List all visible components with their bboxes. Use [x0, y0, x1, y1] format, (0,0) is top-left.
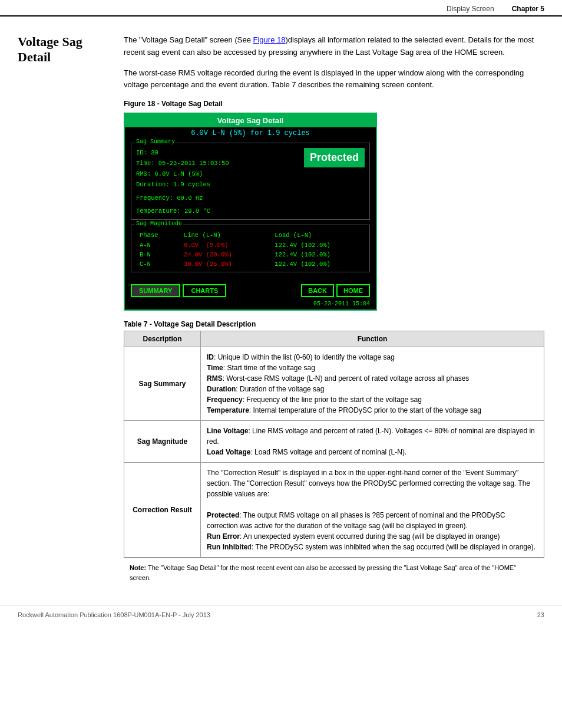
sag-summary-label: Sag Summary — [135, 139, 176, 145]
back-button[interactable]: BACK — [301, 284, 334, 297]
sag-frequency: Frequency: 60.0 Hz — [136, 193, 229, 204]
func-line-voltage: Line Voltage: Line RMS voltage and perce… — [207, 427, 535, 446]
summary-button[interactable]: SUMMARY — [131, 284, 180, 297]
vsd-subtitle: 6.0V L-N (5%) for 1.9 cycles — [125, 127, 376, 139]
func-correction-result: The "Correction Result" is displayed in … — [201, 463, 544, 558]
table-label: Table 7 - Voltage Sag Detail Description — [124, 320, 544, 328]
col-phase: Phase — [137, 231, 171, 240]
vsd-body: Sag Summary ID: 30 Time: 05-23-2011 15:0… — [125, 139, 376, 281]
desc-correction-result: Correction Result — [124, 463, 201, 558]
func-run-error: Run Error: An unexpected system event oc… — [207, 532, 500, 541]
note-text: Note: The "Voltage Sag Detail" for the m… — [130, 564, 516, 581]
page-header: Display Screen Chapter 5 — [0, 0, 562, 17]
protected-badge: Protected — [304, 148, 365, 167]
sag-summary-inner: ID: 30 Time: 05-23-2011 15:03:50 RMS: 6.… — [136, 146, 365, 217]
intro-paragraph-1: The "Voltage Sag Detail" screen (See Fig… — [124, 34, 544, 59]
page-footer: Rockwell Automation Publication 1608P-UM… — [0, 605, 562, 624]
table-row: Correction Result The "Correction Result… — [124, 463, 544, 558]
func-duration-label: Duration: Duration of the voltage sag — [207, 385, 324, 393]
col-header-function: Function — [201, 331, 544, 347]
line-an: 6.0V (5.0%) — [184, 242, 229, 249]
display-screen-label: Display Screen — [447, 5, 494, 13]
chapter-label: Chapter 5 — [512, 5, 544, 13]
func-id-label: ID: Unique ID within the list (0-60) to … — [207, 353, 395, 361]
func-temperature-label: Temperature: Internal temperature of the… — [207, 406, 481, 414]
sag-time: Time: 05-23-2011 15:03:50 — [136, 159, 229, 169]
table-row: Sag Summary ID: Unique ID within the lis… — [124, 347, 544, 421]
sag-rms: RMS: 6.0V L-N (5%) — [136, 169, 229, 180]
main-content: Voltage Sag Detail The "Voltage Sag Deta… — [0, 17, 562, 599]
func-protected: Protected: The output RMS voltage on all… — [207, 511, 505, 530]
vsd-buttons-row: SUMMARY CHARTS BACK HOME — [125, 281, 376, 301]
section-title: Voltage Sag Detail — [18, 34, 112, 65]
func-rms-label: RMS: Worst-case RMS voltage (L-N) and pe… — [207, 374, 469, 383]
line-bn: 24.0V (20.0%) — [184, 251, 232, 258]
vsd-title-bar: Voltage Sag Detail — [125, 114, 376, 127]
table-row: Sag Magnitude Line Voltage: Line RMS vol… — [124, 421, 544, 463]
desc-sag-summary: Sag Summary — [124, 347, 201, 421]
func-load-voltage: Load Voltage: Load RMS voltage and perce… — [207, 448, 406, 456]
func-sag-summary: ID: Unique ID within the list (0-60) to … — [201, 347, 544, 421]
sag-magnitude-box: Sag Magnitude Phase Line (L-N) Load (L-N… — [131, 225, 370, 272]
col-load: Load (L-N) — [263, 231, 363, 240]
left-buttons: SUMMARY CHARTS — [131, 284, 226, 297]
home-button[interactable]: HOME — [336, 284, 370, 297]
vsd-screen: Voltage Sag Detail 6.0V L-N (5%) for 1.9… — [124, 113, 377, 311]
sag-summary-box: Sag Summary ID: 30 Time: 05-23-2011 15:0… — [131, 143, 370, 220]
sag-magnitude-label: Sag Magnitude — [135, 220, 183, 227]
sag-duration: Duration: 1.9 cycles — [136, 180, 229, 190]
desc-sag-magnitude: Sag Magnitude — [124, 421, 201, 463]
right-buttons: BACK HOME — [301, 284, 370, 297]
func-frequency-label: Frequency: Frequency of the line prior t… — [207, 396, 422, 404]
publication-info: Rockwell Automation Publication 1608P-UM… — [18, 611, 210, 618]
vsd-timestamp: 05-23-2011 15:04 — [125, 301, 376, 309]
func-sag-magnitude: Line Voltage: Line RMS voltage and perce… — [201, 421, 544, 463]
description-table: Description Function Sag Summary ID: Uni… — [124, 331, 544, 558]
charts-button[interactable]: CHARTS — [183, 284, 226, 297]
correction-intro: The "Correction Result" is displayed in … — [207, 469, 530, 498]
col-line: Line (L-N) — [172, 231, 262, 240]
left-column: Voltage Sag Detail — [18, 34, 112, 587]
sag-temperature: Temperature: 29.0 °C — [136, 206, 229, 217]
func-run-inhibited: Run Inhibited: The PRODySC system was in… — [207, 543, 535, 551]
sag-id: ID: 30 — [136, 148, 229, 159]
note-box: Note: The "Voltage Sag Detail" for the m… — [124, 558, 544, 587]
col-header-description: Description — [124, 331, 201, 347]
page-number: 23 — [537, 611, 544, 618]
magnitude-table: Phase Line (L-N) Load (L-N) A-N 6.0V (5.… — [136, 230, 365, 269]
intro-paragraph-2: The worst-case RMS voltage recorded duri… — [124, 67, 544, 92]
figure-label: Figure 18 - Voltage Sag Detail — [124, 100, 544, 108]
figure18-link[interactable]: Figure 18 — [253, 35, 286, 44]
line-cn: 30.0V (25.0%) — [184, 261, 232, 268]
right-column: The "Voltage Sag Detail" screen (See Fig… — [124, 34, 544, 587]
table-row: C-N 30.0V (25.0%) 122.4V (102.0%) — [137, 260, 363, 268]
table-row: B-N 24.0V (20.0%) 122.4V (102.0%) — [137, 251, 363, 259]
func-time-label: Time: Start time of the voltage sag — [207, 364, 315, 372]
table-row: A-N 6.0V (5.0%) 122.4V (102.0%) — [137, 241, 363, 249]
